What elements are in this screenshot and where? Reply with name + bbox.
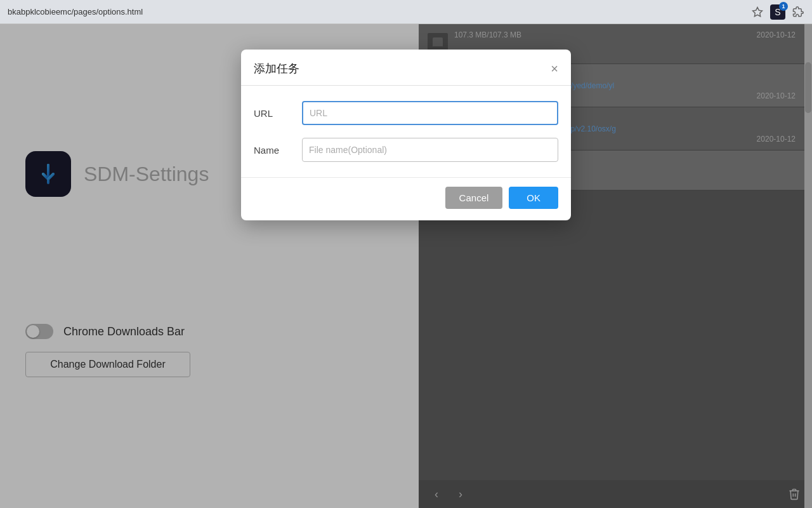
browser-icons: S 1	[751, 4, 804, 20]
modal-overlay: 添加任务 × URL Name Cancel OK	[0, 24, 812, 508]
modal-footer: Cancel OK	[241, 177, 571, 220]
extension-icon[interactable]: S 1	[770, 4, 785, 20]
name-row: Name	[254, 138, 558, 162]
extension-badge: 1	[779, 2, 788, 11]
url-row: URL	[254, 101, 558, 125]
browser-bar: bkabpklcobieemc/pages/options.html S 1	[0, 0, 812, 24]
ok-button[interactable]: OK	[509, 187, 558, 209]
puzzle-icon[interactable]	[792, 6, 804, 18]
svg-marker-0	[753, 7, 763, 16]
url-label: URL	[254, 108, 292, 119]
filename-input[interactable]	[302, 138, 558, 162]
modal-title: 添加任务	[254, 61, 299, 76]
name-label: Name	[254, 145, 292, 156]
star-icon[interactable]	[751, 6, 764, 18]
browser-url: bkabpklcobieemc/pages/options.html	[8, 7, 751, 17]
modal-close-button[interactable]: ×	[551, 62, 558, 75]
url-input[interactable]	[302, 101, 558, 125]
modal-header: 添加任务 ×	[241, 50, 571, 86]
modal-body: URL Name	[241, 86, 571, 177]
cancel-button[interactable]: Cancel	[445, 187, 503, 209]
add-task-modal: 添加任务 × URL Name Cancel OK	[241, 50, 571, 220]
